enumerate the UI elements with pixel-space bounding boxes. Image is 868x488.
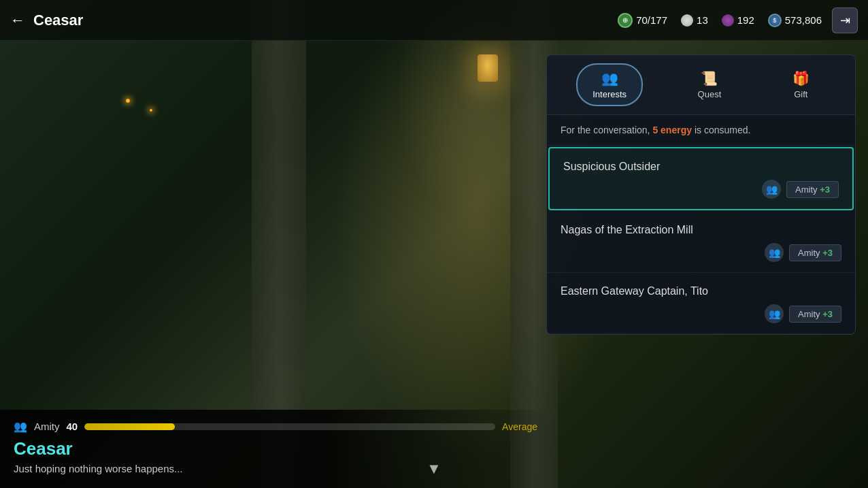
quest-tab-label: Quest [698,89,722,99]
reward-label-3: Amity [798,309,820,319]
gift-tab-label: Gift [794,89,807,99]
energy-notice: For the conversation, 5 energy is consum… [547,115,855,146]
stat-gold: $ 573,806 [768,14,822,27]
reward-value-2: +3 [822,248,833,258]
amity-bar-fill [84,423,175,430]
health-icon: ⊕ [618,13,633,28]
amity-bar [84,423,495,430]
header-stats: ⊕ 70/177 13 192 $ 573,806 [618,13,822,28]
currency1-value: 13 [697,14,708,26]
header-character-name: Ceasar [33,12,83,29]
amity-label: Amity [34,421,60,432]
interest-reward-1: 👥 Amity +3 [563,180,839,199]
tab-quest[interactable]: 📜 Quest [682,63,738,106]
character-name: Ceasar [14,438,537,459]
energy-suffix: is consumed. [692,125,750,135]
energy-amount: 5 energy [652,125,692,135]
exit-button[interactable]: ⇥ [832,7,858,33]
gold-icon: $ [768,14,782,27]
interest-item-2[interactable]: Nagas of the Extraction Mill 👥 Amity +3 [547,212,855,273]
header: ← Ceasar ⊕ 70/177 13 192 $ 573,806 ⇥ [0,0,868,41]
reward-label-1: Amity [795,184,818,195]
interest-title-3: Eastern Gateway Captain, Tito [561,285,841,297]
tab-gift[interactable]: 🎁 Gift [776,63,826,106]
reward-icon-1: 👥 [762,180,781,199]
reward-label-2: Amity [798,248,820,258]
interest-title-1: Suspicious Outsider [563,161,839,173]
right-panel: 👥 Interests 📜 Quest 🎁 Gift For the conve… [546,54,856,335]
amity-value: 40 [67,421,78,432]
firefly-1 [126,99,130,103]
gift-tab-icon: 🎁 [792,70,809,86]
health-value: 70/177 [636,14,667,26]
quest-tab-icon: 📜 [701,70,718,86]
reward-value-3: +3 [822,309,833,319]
reward-icon-3: 👥 [765,304,784,323]
currency2-icon [722,14,734,27]
reward-value-1: +3 [820,184,830,195]
reward-badge-3: Amity +3 [789,306,841,323]
tab-bar: 👥 Interests 📜 Quest 🎁 Gift [547,55,855,115]
interests-tab-label: Interests [592,89,627,99]
interest-item-1[interactable]: Suspicious Outsider 👥 Amity +3 [548,147,854,210]
amity-row: 👥 Amity 40 Average [14,420,537,433]
currency2-value: 192 [737,14,754,26]
amity-icon: 👥 [14,420,27,433]
energy-notice-text: For the conversation, [561,125,652,135]
reward-badge-2: Amity +3 [789,244,841,261]
interest-title-2: Nagas of the Extraction Mill [561,224,841,236]
character-quote: Just hoping nothing worse happens... [14,463,537,474]
back-button[interactable]: ← [10,12,25,29]
stat-currency1: 13 [681,14,708,27]
reward-badge-1: Amity +3 [786,181,839,198]
scroll-down-arrow[interactable]: ▼ [427,460,441,478]
stat-health: ⊕ 70/177 [618,13,667,28]
lantern [478,54,498,82]
stat-currency2: 192 [722,14,754,27]
reward-icon-2: 👥 [765,243,784,262]
interests-tab-icon: 👥 [601,70,618,86]
amity-status: Average [502,421,537,432]
interest-item-3[interactable]: Eastern Gateway Captain, Tito 👥 Amity +3 [547,273,855,334]
firefly-2 [150,109,152,112]
interest-reward-3: 👥 Amity +3 [561,304,841,323]
interest-reward-2: 👥 Amity +3 [561,243,841,262]
gold-value: 573,806 [785,14,822,26]
currency1-icon [681,14,693,27]
character-info: 👥 Amity 40 Average Ceasar Just hoping no… [0,410,551,488]
tab-interests[interactable]: 👥 Interests [576,63,643,106]
